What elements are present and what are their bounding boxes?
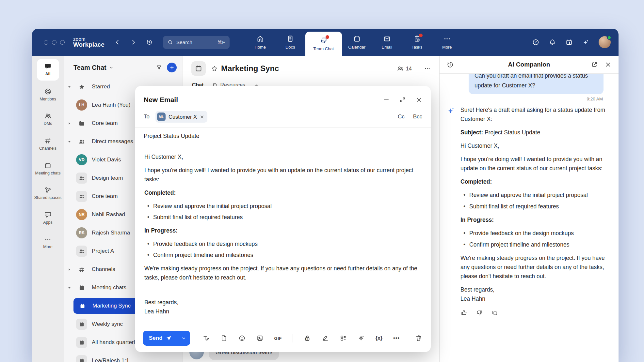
rail-item-mentions[interactable]: Mentions xyxy=(33,88,63,102)
profile-avatar[interactable] xyxy=(599,36,611,48)
tab-docs[interactable]: Docs xyxy=(275,29,305,56)
thumbs-down-icon[interactable] xyxy=(476,309,483,316)
ai-sparkle-icon[interactable] xyxy=(358,335,365,342)
history-icon[interactable] xyxy=(447,61,454,68)
zoom-workplace-logo: zoom Workplace xyxy=(73,37,105,48)
hash-icon xyxy=(76,264,87,275)
star-outline-icon[interactable] xyxy=(211,65,218,72)
avatar: RS xyxy=(76,227,87,238)
rail-item-meeting-chats[interactable]: Meeting chats xyxy=(33,162,63,176)
svg-text:E: E xyxy=(306,338,308,340)
ai-companion-icon[interactable] xyxy=(582,38,589,46)
chevron-down-icon[interactable] xyxy=(109,66,113,70)
tab-more[interactable]: More xyxy=(432,29,462,56)
attach-file-icon[interactable] xyxy=(220,335,228,342)
calendar-date-icon[interactable] xyxy=(565,38,573,46)
send-options-button[interactable] xyxy=(177,331,190,346)
recipient-chip[interactable]: ML Customer X xyxy=(155,111,207,123)
email-body-editor[interactable]: Hi Customer X, I hope you're doing well!… xyxy=(135,145,431,329)
modal-title: New Email xyxy=(144,96,178,104)
close-icon[interactable] xyxy=(605,61,611,68)
expand-icon[interactable] xyxy=(399,97,406,103)
docs-icon xyxy=(286,35,294,43)
filter-icon[interactable] xyxy=(156,64,162,71)
forward-icon[interactable] xyxy=(130,39,137,45)
rail-item-shared-spaces[interactable]: Shared spaces xyxy=(33,186,63,201)
tab-team-chat[interactable]: Team Chat xyxy=(305,32,342,56)
tab-email[interactable]: Email xyxy=(372,29,402,56)
meeting-icon xyxy=(77,300,88,311)
top-right-actions: ? xyxy=(532,36,611,48)
encrypt-icon[interactable]: E xyxy=(304,335,311,342)
bcc-button[interactable]: Bcc xyxy=(413,113,422,120)
email-greeting: Hi Customer X, xyxy=(144,152,422,161)
global-search[interactable]: ⌘F xyxy=(163,36,230,49)
tab-label: Calendar xyxy=(348,45,365,50)
notifications-icon[interactable] xyxy=(549,38,556,46)
remove-recipient-icon[interactable] xyxy=(200,115,204,119)
trash-icon[interactable] xyxy=(415,335,422,342)
chat-item-lea-rajesh-11[interactable]: Lea/Rajesh 1:1 xyxy=(64,352,183,362)
home-icon xyxy=(256,35,264,43)
back-icon[interactable] xyxy=(114,39,121,45)
emoji-icon[interactable] xyxy=(238,335,246,342)
thumbs-up-icon[interactable] xyxy=(461,309,467,316)
minimize-icon[interactable] xyxy=(383,97,390,103)
in-progress-list: Provide feedback on the design mockups C… xyxy=(460,229,611,249)
more-options-icon[interactable]: ••• xyxy=(393,335,400,341)
rail-item-dms[interactable]: DMs xyxy=(33,112,63,127)
cc-button[interactable]: Cc xyxy=(398,113,405,120)
member-count[interactable]: 14 xyxy=(397,65,412,72)
recent-history-icon[interactable] xyxy=(146,39,153,45)
new-chat-button[interactable] xyxy=(167,63,177,72)
more-icon xyxy=(44,235,52,243)
open-in-window-icon[interactable] xyxy=(591,61,598,68)
variable-icon[interactable]: {x} xyxy=(376,335,382,341)
tab-label: Email xyxy=(381,45,392,50)
response-intro: Sure! Here's a draft email asking for a … xyxy=(460,105,611,124)
app-tabs: Home Docs Team Chat Calendar Email xyxy=(245,29,462,56)
calendar-icon xyxy=(44,162,52,169)
recipient-row[interactable]: To ML Customer X Cc Bcc xyxy=(135,109,431,128)
copy-icon[interactable] xyxy=(491,309,498,316)
panel-title: Team Chat xyxy=(73,64,106,71)
rail-item-apps[interactable]: Apps xyxy=(33,211,63,225)
chevron-down-icon[interactable] xyxy=(68,85,76,89)
group-icon xyxy=(76,246,87,257)
rail-item-channels[interactable]: Channels xyxy=(33,137,63,151)
email-in-progress-list: Provide feedback on the design mockups C… xyxy=(144,239,422,260)
tab-tasks[interactable]: Tasks xyxy=(402,29,432,56)
meeting-icon xyxy=(76,319,87,330)
email-completed-list: Review and approve the initial project p… xyxy=(144,202,422,222)
chevron-down-icon[interactable] xyxy=(68,286,76,290)
chevron-right-icon[interactable] xyxy=(68,122,76,125)
traffic-light-zoom[interactable] xyxy=(60,40,65,45)
template-icon[interactable] xyxy=(340,335,347,342)
ai-companion-panel: AI Companion Can you draft an email that… xyxy=(439,56,619,362)
group-icon xyxy=(76,173,87,184)
subject-field[interactable]: Project Status Update xyxy=(135,128,431,145)
chat-bubble-icon xyxy=(44,63,52,70)
window-controls xyxy=(44,40,65,45)
chevron-down-icon[interactable] xyxy=(68,140,76,143)
channel-more-icon[interactable] xyxy=(424,65,431,72)
traffic-light-minimize[interactable] xyxy=(52,40,56,45)
gif-icon[interactable]: GIF xyxy=(274,336,282,341)
help-icon[interactable]: ? xyxy=(532,38,539,46)
rail-item-all[interactable]: All xyxy=(37,59,59,81)
rail-item-more[interactable]: More xyxy=(33,235,63,250)
people-icon xyxy=(76,136,87,147)
image-icon[interactable] xyxy=(256,335,264,342)
traffic-light-close[interactable] xyxy=(44,40,48,45)
format-text-icon[interactable] xyxy=(202,335,210,342)
signature-icon[interactable] xyxy=(322,335,329,342)
send-button[interactable]: Send xyxy=(143,331,177,346)
chevron-right-icon[interactable] xyxy=(68,268,76,271)
close-icon[interactable] xyxy=(416,97,422,103)
search-input[interactable] xyxy=(176,39,214,45)
tab-calendar[interactable]: Calendar xyxy=(342,29,372,56)
rail-item-label: Mentions xyxy=(40,97,56,102)
tab-home[interactable]: Home xyxy=(245,29,275,56)
shared-spaces-icon xyxy=(44,186,52,194)
channel-title: Marketing Sync xyxy=(221,64,279,73)
